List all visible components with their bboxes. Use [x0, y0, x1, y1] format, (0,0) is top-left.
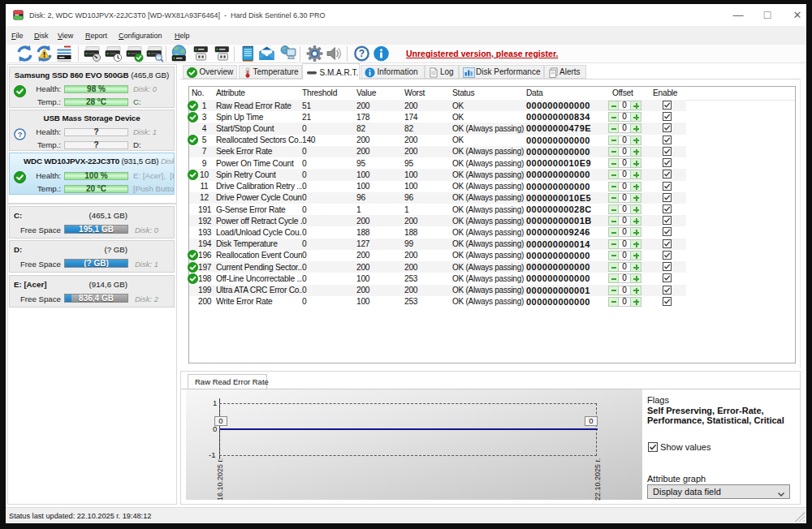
svg-text:?: ? [359, 48, 365, 59]
